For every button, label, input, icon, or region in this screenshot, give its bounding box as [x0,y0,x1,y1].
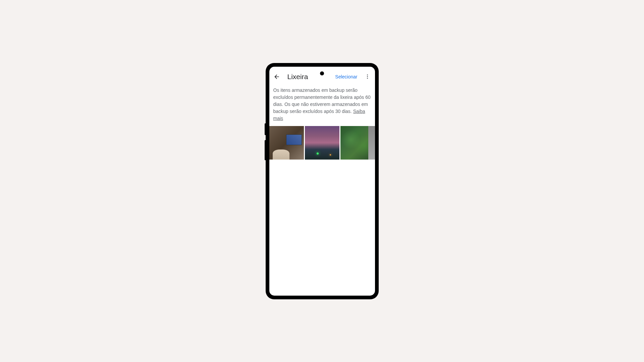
photo-grid [269,126,375,160]
volume-up-button [265,123,266,135]
phone-screen: Lixeira Selecionar Os itens armazenados … [269,67,375,296]
app-bar: Lixeira Selecionar [269,67,375,84]
back-button[interactable] [273,73,281,81]
select-button[interactable]: Selecionar [335,74,357,79]
arrow-left-icon [273,73,280,80]
volume-down-button [265,140,266,160]
more-vert-icon [367,74,368,79]
front-camera-cutout [320,71,324,75]
page-title: Lixeira [287,73,308,81]
photo-thumbnail-1[interactable] [269,126,304,160]
more-options-button[interactable] [364,73,372,81]
photo-thumbnail-3[interactable] [340,126,375,160]
trash-info-text: Os itens armazenados em backup serão exc… [269,84,375,126]
phone-device-frame: Lixeira Selecionar Os itens armazenados … [266,63,379,299]
photo-thumbnail-2[interactable] [305,126,339,160]
